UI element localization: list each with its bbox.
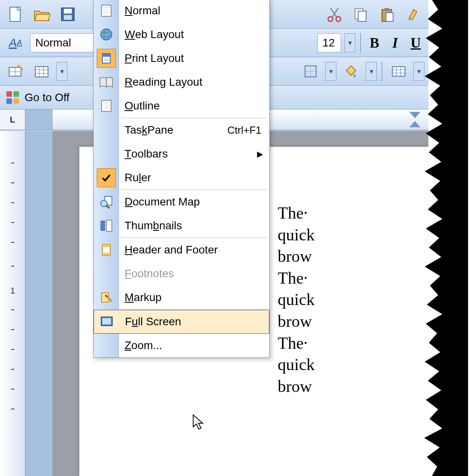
doc-line: quick <box>278 289 428 311</box>
font-size-selector[interactable]: 12 <box>317 33 341 52</box>
svg-rect-49 <box>101 221 105 230</box>
doc-line: quick <box>278 354 428 376</box>
paste-button[interactable] <box>375 3 398 26</box>
svg-rect-7 <box>358 11 366 21</box>
svg-point-35 <box>101 29 112 40</box>
svg-rect-27 <box>6 91 12 97</box>
menu-thumbnails[interactable]: Thumbnails <box>94 214 269 238</box>
menu-reading-layout[interactable]: Reading Layout <box>94 70 269 94</box>
svg-rect-55 <box>102 253 110 255</box>
save-button[interactable] <box>56 3 79 26</box>
doc-line: The· <box>278 332 428 354</box>
new-doc-button[interactable] <box>4 3 27 26</box>
menu-markup[interactable]: Markup <box>94 286 269 309</box>
menu-zoom[interactable]: Zoom... <box>94 334 269 357</box>
table-dropdown-arrow[interactable]: ▾ <box>56 62 67 81</box>
svg-rect-39 <box>102 54 110 57</box>
fullscreen-icon <box>97 312 116 331</box>
copy-button[interactable] <box>349 3 372 26</box>
styles-button[interactable]: AA <box>4 31 27 54</box>
page-gutter <box>25 131 52 476</box>
print-layout-icon <box>97 49 116 68</box>
markup-icon <box>97 288 116 307</box>
menu-header-footer[interactable]: Header and Footer <box>94 238 269 262</box>
menu-web-layout[interactable]: Web Layout <box>94 23 269 46</box>
app-window: AA Normal ▾ 12 ▾ B I U ▾ ▾ ▾ ▾ <box>0 0 428 476</box>
style-selector[interactable]: Normal <box>30 33 94 52</box>
svg-rect-54 <box>102 244 110 247</box>
svg-rect-50 <box>106 220 112 231</box>
svg-rect-58 <box>102 318 111 324</box>
svg-point-5 <box>336 17 341 21</box>
svg-rect-31 <box>102 5 111 16</box>
check-icon <box>97 168 116 187</box>
svg-line-48 <box>106 206 109 208</box>
svg-rect-29 <box>6 98 12 104</box>
magnifier-icon <box>97 192 116 211</box>
menu-full-screen[interactable]: Full Screen <box>94 310 269 334</box>
svg-rect-22 <box>392 67 405 76</box>
submenu-arrow-icon: ▶ <box>257 149 263 159</box>
menu-print-layout[interactable]: Print Layout <box>94 46 269 70</box>
book-icon <box>97 73 116 92</box>
svg-rect-14 <box>35 67 48 77</box>
doc-line: brow <box>278 376 428 397</box>
shortcut-label: Ctrl+F1 <box>227 124 261 136</box>
format-painter-button[interactable] <box>401 3 424 26</box>
menu-ruler[interactable]: Ruler <box>94 166 269 190</box>
open-button[interactable] <box>30 3 53 26</box>
doc-line: brow <box>278 246 428 267</box>
shading-dropdown-arrow[interactable]: ▾ <box>366 62 377 81</box>
svg-rect-28 <box>13 91 19 97</box>
svg-point-4 <box>328 17 333 21</box>
thumbnails-icon <box>97 216 116 235</box>
svg-rect-3 <box>64 15 72 20</box>
doc-line: quick <box>278 224 428 246</box>
toolbar-divider <box>360 33 361 53</box>
menu-outline[interactable]: Outline <box>94 94 269 118</box>
doc-line: The· <box>278 202 428 224</box>
svg-rect-10 <box>386 13 393 21</box>
insert-table-button[interactable] <box>30 60 53 83</box>
header-footer-icon <box>97 240 116 259</box>
go-to-office-link[interactable]: Go to Off <box>25 91 69 104</box>
shading-button[interactable] <box>340 60 363 83</box>
table-grid-button[interactable] <box>387 60 410 83</box>
menu-footnotes: Footnotes <box>94 262 269 286</box>
toolbar-divider-2 <box>382 61 382 81</box>
globe-icon <box>97 25 116 44</box>
svg-rect-30 <box>13 98 19 104</box>
menu-normal[interactable]: Normal <box>94 0 269 23</box>
svg-rect-2 <box>64 9 72 13</box>
borders-dropdown-arrow[interactable]: ▾ <box>325 62 336 81</box>
draw-table-button[interactable] <box>4 60 27 83</box>
cut-button[interactable] <box>323 3 346 26</box>
svg-rect-9 <box>384 8 389 11</box>
menu-task-pane[interactable]: Task Pane Ctrl+F1 <box>94 118 269 142</box>
svg-rect-42 <box>102 100 111 111</box>
bold-button[interactable]: B <box>366 35 383 51</box>
font-size-dropdown-arrow[interactable]: ▾ <box>344 33 355 52</box>
ruler-margin <box>25 109 52 130</box>
ruler-corner[interactable]: L <box>0 109 25 130</box>
italic-button[interactable]: I <box>386 35 404 51</box>
menu-document-map[interactable]: Document Map <box>94 190 269 214</box>
borders-button[interactable] <box>299 60 322 83</box>
outline-icon <box>97 96 116 115</box>
doc-line: brow <box>278 311 428 332</box>
svg-point-47 <box>101 200 107 207</box>
table-grid-dropdown-arrow[interactable]: ▾ <box>413 62 424 81</box>
view-menu: Normal Web Layout Print Layout Reading L… <box>93 0 270 358</box>
doc-line: The· <box>278 267 428 289</box>
menu-toolbars[interactable]: Toolbars ▶ <box>94 142 269 166</box>
vertical-ruler[interactable]: 1 <box>0 131 25 476</box>
office-logo-icon <box>5 90 21 106</box>
page-icon <box>97 1 116 20</box>
underline-button[interactable]: U <box>407 35 424 51</box>
